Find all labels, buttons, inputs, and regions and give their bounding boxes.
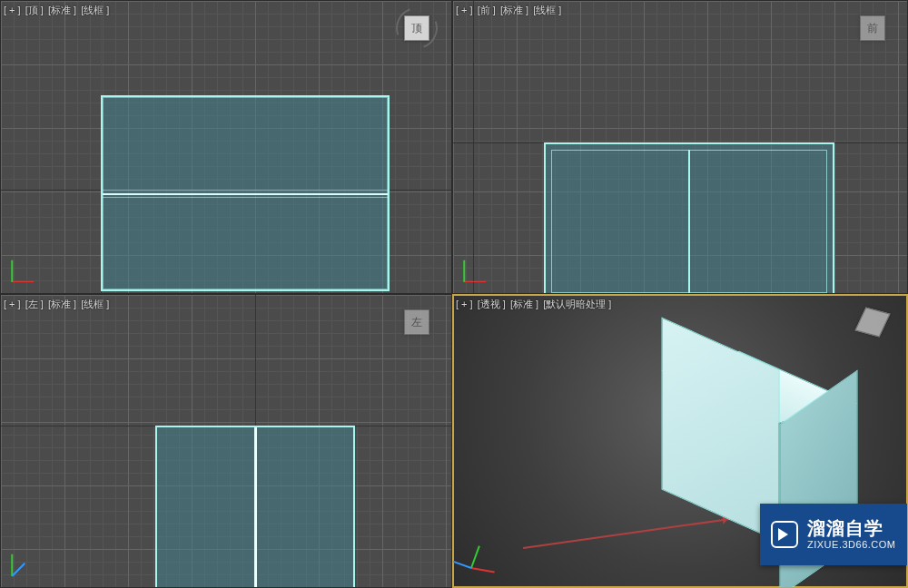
play-icon bbox=[771, 521, 798, 548]
axis-tripod bbox=[8, 253, 41, 286]
viewport-plus-toggle[interactable]: [ + ] bbox=[456, 299, 473, 309]
viewport-standard[interactable]: [标准 ] bbox=[48, 299, 76, 309]
viewport-label[interactable]: [ + ] [透视 ] [标准 ] [默认明暗处理 ] bbox=[456, 298, 613, 311]
axis-tripod bbox=[466, 538, 502, 574]
viewcube[interactable]: 左 bbox=[395, 300, 439, 344]
viewport-label[interactable]: [ + ] [前 ] [标准 ] [线框 ] bbox=[456, 4, 563, 17]
viewport-standard[interactable]: [标准 ] bbox=[510, 299, 538, 309]
edge-mid-offset-b bbox=[103, 197, 388, 198]
viewport-name[interactable]: [左 ] bbox=[25, 299, 44, 309]
axis-y bbox=[470, 545, 480, 568]
model-wireframe-left[interactable] bbox=[155, 426, 355, 588]
viewport-shading-mode[interactable]: [默认明暗处理 ] bbox=[543, 299, 611, 309]
panel-divider bbox=[688, 150, 690, 293]
model-wireframe-front[interactable] bbox=[544, 142, 834, 294]
axis-y bbox=[11, 260, 13, 281]
watermark-url: ZIXUE.3D66.COM bbox=[807, 539, 895, 551]
axis-y bbox=[11, 554, 13, 575]
viewport-left[interactable]: [ + ] [左 ] [标准 ] [线框 ] 左 bbox=[0, 294, 452, 588]
viewcube[interactable] bbox=[851, 300, 894, 344]
watermark-banner: 溜溜自学 ZIXUE.3D66.COM bbox=[760, 504, 907, 565]
viewcube[interactable]: 前 bbox=[851, 6, 894, 50]
viewcube-label: 左 bbox=[411, 315, 422, 330]
viewcube[interactable]: 顶 bbox=[395, 6, 439, 50]
viewcube-face[interactable] bbox=[854, 307, 890, 337]
panel-divider bbox=[254, 427, 257, 588]
viewport-name[interactable]: [顶 ] bbox=[25, 5, 44, 15]
axis-tripod bbox=[460, 253, 493, 286]
viewport-plus-toggle[interactable]: [ + ] bbox=[4, 5, 21, 15]
viewport-shading-mode[interactable]: [线框 ] bbox=[81, 5, 109, 15]
axis-z bbox=[11, 563, 25, 576]
viewcube-ring[interactable] bbox=[389, 0, 444, 55]
axis-tripod bbox=[8, 547, 41, 580]
viewport-standard[interactable]: [标准 ] bbox=[500, 5, 528, 15]
viewcube-face[interactable]: 左 bbox=[404, 309, 429, 335]
viewport-perspective[interactable]: [ + ] [透视 ] [标准 ] [默认明暗处理 ] 溜溜自学 ZIXUE.3… bbox=[452, 294, 908, 588]
viewport-label[interactable]: [ + ] [左 ] [标准 ] [线框 ] bbox=[4, 298, 111, 311]
axis-x bbox=[12, 281, 34, 283]
viewport-name[interactable]: [前 ] bbox=[478, 5, 496, 15]
edge-mid bbox=[103, 193, 388, 195]
viewport-plus-toggle[interactable]: [ + ] bbox=[456, 5, 473, 15]
axis-x bbox=[464, 281, 486, 283]
viewcube-face[interactable]: 前 bbox=[860, 15, 885, 41]
model-shaded[interactable] bbox=[680, 452, 681, 453]
axis-x bbox=[471, 567, 495, 573]
viewport-grid: [ + ] [顶 ] [标准 ] [线框 ] 顶 [ + ] [前 ] [标准 … bbox=[0, 0, 908, 588]
viewport-shading-mode[interactable]: [线框 ] bbox=[533, 5, 561, 15]
gizmo-axis-arrow[interactable] bbox=[523, 518, 730, 549]
viewport-standard[interactable]: [标准 ] bbox=[48, 5, 76, 15]
edge-mid-offset-a bbox=[103, 190, 388, 191]
axis-y bbox=[463, 260, 465, 281]
viewport-label[interactable]: [ + ] [顶 ] [标准 ] [线框 ] bbox=[4, 4, 111, 17]
watermark-title: 溜溜自学 bbox=[807, 518, 895, 539]
viewport-front[interactable]: [ + ] [前 ] [标准 ] [线框 ] 前 bbox=[452, 0, 908, 294]
viewport-shading-mode[interactable]: [线框 ] bbox=[81, 299, 109, 309]
viewport-top[interactable]: [ + ] [顶 ] [标准 ] [线框 ] 顶 bbox=[0, 0, 452, 294]
viewcube-label: 前 bbox=[867, 21, 878, 36]
model-wireframe-top[interactable] bbox=[101, 95, 390, 291]
viewport-name[interactable]: [透视 ] bbox=[478, 299, 506, 309]
viewport-plus-toggle[interactable]: [ + ] bbox=[4, 299, 21, 309]
axis-vertical bbox=[473, 1, 474, 293]
